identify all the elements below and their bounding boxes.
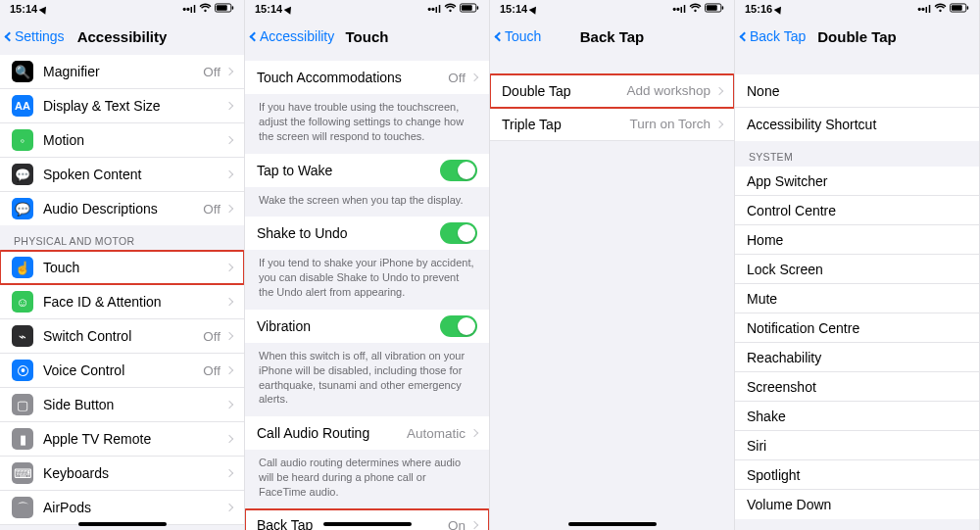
- touch-icon: ☝: [12, 257, 33, 278]
- chevron-left-icon: [5, 31, 15, 41]
- back-button[interactable]: Back Tap: [741, 28, 806, 44]
- row-apple-tv-remote[interactable]: ▮ Apple TV Remote: [0, 422, 244, 457]
- chevron-right-icon: [225, 504, 233, 511]
- row-double-tap[interactable]: Double Tap Add workshop: [490, 74, 734, 108]
- chevron-right-icon: [225, 332, 233, 340]
- row-system-option[interactable]: Mute: [735, 284, 979, 313]
- row-triple-tap[interactable]: Triple Tap Turn on Torch: [490, 108, 734, 141]
- page-title: Accessibility: [77, 28, 168, 45]
- system-option-label: Siri: [747, 438, 967, 454]
- row-system-option[interactable]: Screenshot: [735, 372, 979, 402]
- system-option-label: Lock Screen: [747, 262, 967, 277]
- back-button[interactable]: Settings: [6, 28, 65, 44]
- row-motion[interactable]: ◦ Motion: [0, 123, 244, 158]
- row-system-option[interactable]: Notification Centre: [735, 313, 979, 343]
- system-option-label: Spotlight: [747, 467, 967, 483]
- nav-bar: Accessibility Touch: [245, 18, 489, 55]
- location-icon: [284, 4, 295, 14]
- nav-bar: Touch Back Tap: [490, 18, 734, 55]
- row-voice-control[interactable]: ⦿ Voice Control Off: [0, 354, 244, 388]
- battery-icon: [215, 3, 234, 15]
- signal-icon: ••ıl: [182, 3, 196, 15]
- status-bar: 15:14 ••ıl: [0, 0, 244, 18]
- row-system-option[interactable]: Lock Screen: [735, 255, 979, 284]
- page-title: Touch: [346, 28, 389, 45]
- chevron-right-icon: [225, 68, 233, 75]
- spoken-icon: 💬: [12, 164, 33, 185]
- nav-bar: Settings Accessibility: [0, 18, 244, 55]
- section-system: SYSTEM: [735, 141, 979, 167]
- chevron-right-icon: [225, 298, 233, 306]
- row-system-option[interactable]: Shake: [735, 402, 979, 431]
- svg-rect-4: [462, 5, 472, 10]
- svg-rect-5: [477, 6, 478, 10]
- row-none[interactable]: None: [735, 74, 979, 108]
- text-size-icon: AA: [12, 95, 33, 117]
- row-tap-to-wake[interactable]: Tap to Wake: [245, 154, 489, 187]
- location-icon: [39, 4, 50, 14]
- system-option-label: Volume Down: [747, 497, 967, 512]
- row-system-option[interactable]: Volume Down: [735, 490, 979, 519]
- status-time: 15:14: [10, 3, 37, 15]
- chevron-right-icon: [225, 170, 233, 178]
- svg-rect-8: [722, 6, 723, 10]
- row-accessibility-shortcut[interactable]: Accessibility Shortcut: [735, 108, 979, 141]
- wifi-icon: [199, 3, 212, 15]
- row-magnifier[interactable]: 🔍 Magnifier Off: [0, 55, 244, 89]
- system-option-label: Notification Centre: [747, 320, 967, 336]
- signal-icon: ••ıl: [427, 3, 441, 15]
- row-touch[interactable]: ☝ Touch: [0, 251, 244, 285]
- row-system-option[interactable]: Home: [735, 225, 979, 255]
- chevron-left-icon: [740, 31, 750, 41]
- row-system-option[interactable]: Spotlight: [735, 460, 979, 490]
- svg-rect-1: [217, 5, 227, 10]
- side-button-icon: ▢: [12, 394, 33, 415]
- toggle-on[interactable]: [440, 315, 477, 337]
- row-display-text-size[interactable]: AA Display & Text Size: [0, 89, 244, 123]
- note-shake-to-undo: If you tend to shake your iPhone by acci…: [245, 250, 489, 310]
- chevron-right-icon: [225, 264, 233, 271]
- audio-desc-icon: 💬: [12, 198, 33, 219]
- chevron-right-icon: [715, 86, 723, 94]
- svg-rect-2: [232, 6, 233, 10]
- row-side-button[interactable]: ▢ Side Button: [0, 388, 244, 422]
- row-keyboards[interactable]: ⌨ Keyboards: [0, 457, 244, 491]
- status-time: 15:16: [745, 3, 772, 15]
- row-call-audio-routing[interactable]: Call Audio Routing Automatic: [245, 416, 489, 450]
- row-touch-accommodations[interactable]: Touch Accommodations Off: [245, 61, 489, 94]
- chevron-left-icon: [250, 31, 260, 41]
- chevron-right-icon: [470, 73, 478, 81]
- row-shake-to-undo[interactable]: Shake to Undo: [245, 217, 489, 250]
- wifi-icon: [444, 3, 457, 15]
- pane-double-tap: 15:16 ••ıl Back Tap Double Tap None Acce…: [735, 0, 980, 530]
- voice-control-icon: ⦿: [12, 360, 33, 381]
- battery-icon: [950, 3, 969, 15]
- back-button[interactable]: Touch: [496, 28, 541, 44]
- home-indicator: [568, 522, 657, 526]
- row-system-option[interactable]: Siri: [735, 431, 979, 460]
- row-switch-control[interactable]: ⌁ Switch Control Off: [0, 319, 244, 354]
- status-bar: 15:16 ••ıl: [735, 0, 979, 18]
- row-system-option[interactable]: Control Centre: [735, 196, 979, 225]
- signal-icon: ••ıl: [672, 3, 686, 15]
- magnifier-icon: 🔍: [12, 61, 33, 82]
- row-spoken-content[interactable]: 💬 Spoken Content: [0, 158, 244, 192]
- back-button[interactable]: Accessibility: [251, 28, 334, 44]
- faceid-icon: ☺: [12, 291, 33, 313]
- row-audio-descriptions[interactable]: 💬 Audio Descriptions Off: [0, 192, 244, 225]
- page-title: Double Tap: [817, 28, 897, 45]
- row-vibration[interactable]: Vibration: [245, 310, 489, 343]
- row-back-tap[interactable]: Back Tap On: [245, 509, 489, 530]
- system-option-label: Shake: [747, 409, 967, 424]
- pane-accessibility: 15:14 ••ıl Settings Accessibility 🔍 Magn…: [0, 0, 245, 530]
- back-label: Settings: [15, 28, 65, 44]
- row-system-option[interactable]: Reachability: [735, 343, 979, 372]
- row-system-option[interactable]: App Switcher: [735, 167, 979, 196]
- row-airpods[interactable]: ⌒ AirPods: [0, 491, 244, 525]
- chevron-right-icon: [225, 205, 233, 213]
- note-vibration: When this switch is off, all vibration o…: [245, 343, 489, 416]
- row-faceid[interactable]: ☺ Face ID & Attention: [0, 285, 244, 319]
- toggle-on[interactable]: [440, 222, 477, 244]
- toggle-on[interactable]: [440, 160, 477, 181]
- chevron-left-icon: [495, 31, 505, 41]
